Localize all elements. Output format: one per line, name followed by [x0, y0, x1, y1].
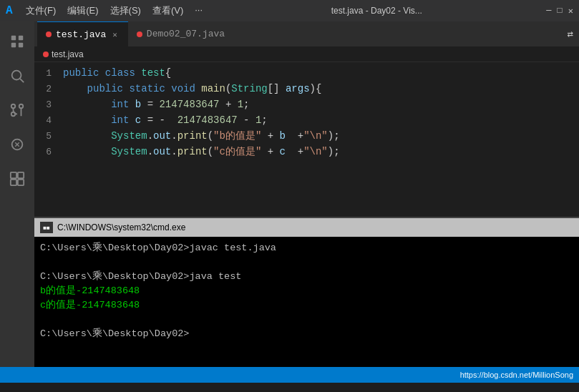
- minimize-icon[interactable]: ─: [546, 6, 551, 16]
- terminal-line-1: C:\Users\乘\Desktop\Day02>javac test.java: [40, 241, 573, 255]
- terminal-line-7: C:\Users\乘\Desktop\Day02>: [40, 327, 573, 341]
- svg-line-5: [20, 79, 24, 82]
- cmd-icon: ■■: [40, 222, 53, 233]
- code-line-1: 1 public class test{: [34, 65, 579, 81]
- svg-point-6: [11, 104, 16, 109]
- status-bar: https://blog.csdn.net/MillionSong: [0, 367, 579, 383]
- terminal-title-bar: ■■ C:\WINDOWS\system32\cmd.exe: [34, 218, 579, 237]
- vscode-logo-icon: A: [6, 4, 13, 17]
- svg-rect-2: [11, 43, 16, 47]
- breadcrumb-dot-icon: [43, 52, 49, 57]
- line-content-5: System.out.print("b的值是" + b +"\n");: [63, 128, 340, 144]
- code-line-6: 6 System.out.print("c的值是" + c +"\n");: [34, 144, 579, 160]
- tab-close-icon[interactable]: ✕: [110, 29, 120, 40]
- line-content-3: int b = 2147483647 + 1;: [63, 97, 250, 112]
- menu-more[interactable]: ···: [190, 3, 207, 19]
- menu-bar: 文件(F) 编辑(E) 选择(S) 查看(V) ···: [21, 3, 207, 19]
- svg-rect-1: [19, 36, 23, 40]
- activity-extensions-icon[interactable]: [3, 165, 31, 193]
- terminal-line-3: C:\Users\乘\Desktop\Day02>java test: [40, 270, 573, 284]
- close-icon[interactable]: ✕: [568, 6, 573, 16]
- line-number-1: 1: [34, 66, 63, 82]
- svg-rect-11: [11, 172, 16, 178]
- activity-bar: [0, 21, 34, 367]
- window-title: test.java - Day02 - Vis...: [215, 6, 537, 16]
- line-number-2: 2: [34, 82, 63, 97]
- code-line-5: 5 System.out.print("b的值是" + b +"\n");: [34, 128, 579, 144]
- line-content-6: System.out.print("c的值是" + c +"\n");: [63, 144, 340, 160]
- svg-rect-3: [19, 43, 23, 47]
- line-number-4: 4: [34, 113, 63, 129]
- tab-dot2-icon: [137, 31, 142, 37]
- activity-explorer-icon[interactable]: [3, 27, 31, 56]
- window-controls: ─ □ ✕: [546, 6, 573, 16]
- split-editor-icon[interactable]: ⇄: [568, 28, 579, 40]
- menu-edit[interactable]: 编辑(E): [63, 3, 102, 19]
- terminal-title-text: C:\WINDOWS\system32\cmd.exe: [57, 222, 185, 232]
- menu-select[interactable]: 选择(S): [106, 3, 145, 19]
- code-line-3: 3 int b = 2147483647 + 1;: [34, 97, 579, 112]
- line-number-3: 3: [34, 97, 63, 113]
- terminal-line-2: [40, 255, 573, 270]
- line-content-2: public static void main(String[] args){: [63, 81, 321, 97]
- tab-demo02-label: Demo02_07.java: [147, 29, 225, 39]
- status-bar-url: https://blog.csdn.net/MillionSong: [460, 371, 573, 379]
- terminal-line-5: c的值是-2147483648: [40, 298, 573, 313]
- terminal-panel: ■■ C:\WINDOWS\system32\cmd.exe C:\Users\…: [34, 217, 579, 367]
- main-layout: test.java ✕ Demo02_07.java ⇄ test.java 1…: [0, 21, 579, 367]
- svg-point-7: [19, 104, 24, 109]
- tab-demo02[interactable]: Demo02_07.java: [128, 21, 233, 46]
- breadcrumb: test.java: [34, 46, 579, 62]
- menu-view[interactable]: 查看(V): [148, 3, 188, 19]
- svg-rect-0: [11, 36, 16, 40]
- terminal-line-6: [40, 313, 573, 327]
- line-number-6: 6: [34, 144, 63, 160]
- title-bar: A 文件(F) 编辑(E) 选择(S) 查看(V) ··· test.java …: [0, 0, 579, 21]
- activity-search-icon[interactable]: [3, 62, 31, 90]
- svg-point-4: [12, 71, 21, 80]
- tab-bar: test.java ✕ Demo02_07.java ⇄: [34, 21, 579, 46]
- code-line-4: 4 int c = - 2147483647 - 1;: [34, 112, 579, 128]
- activity-source-control-icon[interactable]: [3, 96, 31, 124]
- breadcrumb-filename: test.java: [52, 49, 84, 59]
- tab-test-java[interactable]: test.java ✕: [37, 21, 128, 46]
- code-line-2: 2 public static void main(String[] args)…: [34, 81, 579, 97]
- menu-file[interactable]: 文件(F): [21, 3, 61, 19]
- tab-test-java-label: test.java: [56, 29, 106, 40]
- line-content-1: public class test{: [63, 65, 171, 81]
- terminal-content[interactable]: C:\Users\乘\Desktop\Day02>javac test.java…: [34, 237, 579, 367]
- terminal-line-4: b的值是-2147483648: [40, 284, 573, 298]
- maximize-icon[interactable]: □: [558, 6, 563, 16]
- activity-debug-icon[interactable]: [3, 130, 31, 159]
- editor-area: test.java ✕ Demo02_07.java ⇄ test.java 1…: [34, 21, 579, 367]
- line-number-5: 5: [34, 129, 63, 144]
- tab-dot-icon: [46, 31, 52, 37]
- svg-rect-12: [18, 172, 24, 178]
- line-content-4: int c = - 2147483647 - 1;: [63, 112, 268, 128]
- svg-rect-14: [18, 180, 24, 185]
- svg-rect-13: [11, 180, 16, 185]
